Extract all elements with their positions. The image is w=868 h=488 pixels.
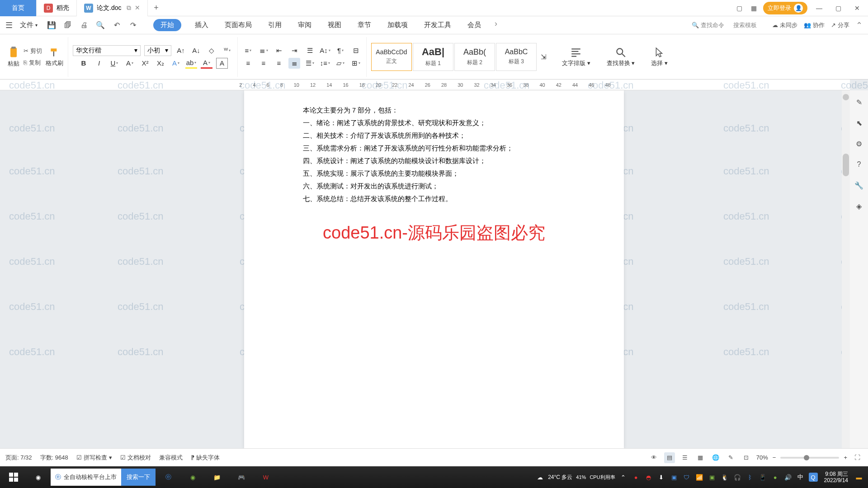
spellcheck-button[interactable]: ☑ 拼写检查 ▾ (76, 454, 112, 462)
minimize-button[interactable]: — (812, 2, 826, 14)
highlight-button[interactable]: ab (185, 58, 197, 69)
ribbon-tab-member[interactable]: 会员 (465, 19, 484, 31)
scroll-up-icon[interactable] (843, 94, 849, 100)
sort-button[interactable]: ☰ (304, 45, 316, 56)
hamburger-icon[interactable]: ☰ (5, 20, 13, 30)
notifications-icon[interactable]: ▬ (854, 473, 863, 482)
taskbar-clock[interactable]: 9:08 周三 2022/9/14 (821, 471, 851, 483)
window-mode-icon[interactable]: ▢ (734, 3, 744, 13)
document-text[interactable]: 本论文主要分为 7 部分，包括：一、绪论：阐述了该系统的背景技术、研究现状和开发… (303, 104, 565, 205)
bold-button[interactable]: B (78, 58, 90, 69)
undo-icon[interactable]: ↶ (112, 20, 122, 30)
tray-9[interactable]: 📱 (758, 473, 767, 482)
tray-chevron-icon[interactable]: ⌃ (619, 473, 628, 482)
style-body[interactable]: AaBbCcDd 正文 (371, 43, 412, 71)
taskbar-wps[interactable]: W (254, 467, 278, 487)
align-justify-button[interactable]: ≣ (288, 58, 300, 69)
page[interactable]: 本论文主要分为 7 部分，包括：一、绪论：阐述了该系统的背景技术、研究现状和开发… (244, 90, 624, 448)
font-size-select[interactable]: 小初▾ (144, 45, 171, 56)
ribbon-tab-start[interactable]: 开始 (153, 19, 181, 31)
share-button[interactable]: ↗ 分享 (831, 21, 849, 29)
edit-mode-icon[interactable]: ✎ (726, 452, 736, 463)
eye-icon[interactable]: 👁 (649, 452, 660, 463)
clear-format-button[interactable]: ◇ (206, 45, 217, 56)
styles-more-icon[interactable]: ⇲ (538, 52, 549, 62)
char-border-button[interactable]: A (216, 58, 228, 69)
taskbar-search[interactable]: ⓔ全自动核检平台上市 搜索一下 (51, 469, 156, 486)
search-command[interactable]: 🔍 查找命令 (692, 21, 724, 29)
ribbon-collapse-icon[interactable]: ⌃ (856, 20, 863, 30)
redo-icon[interactable]: ↷ (128, 20, 138, 30)
zoom-out-button[interactable]: − (773, 454, 776, 461)
align-right-button[interactable]: ≡ (273, 58, 285, 69)
tray-2[interactable]: ◓ (644, 473, 653, 482)
phonetic-guide-button[interactable]: ᵂ (221, 45, 233, 56)
weather-icon[interactable]: ☁ (535, 473, 544, 482)
text-layout-button[interactable]: 文字排版 ▾ (558, 47, 594, 67)
fullscreen-icon[interactable]: ⛶ (852, 452, 863, 463)
view-outline-icon[interactable]: ☰ (679, 452, 690, 463)
compat-mode[interactable]: 兼容模式 (159, 454, 183, 462)
ribbon-tab-chapter[interactable]: 章节 (355, 19, 374, 31)
ribbon-tab-developer[interactable]: 开发工具 (421, 19, 454, 31)
tray-5[interactable]: 🛡 (682, 473, 691, 482)
align-left-button[interactable]: ≡ (242, 58, 254, 69)
cpu-text[interactable]: CPU利用率 (590, 474, 615, 481)
cut-button[interactable]: ✂ 剪切 (24, 47, 42, 55)
tab-document[interactable]: W 论文.doc ⧉ ✕ (77, 0, 148, 16)
tray-10[interactable]: ● (771, 473, 780, 482)
cpu-pct[interactable]: 41% (576, 474, 586, 480)
ribbon-tab-references[interactable]: 引用 (265, 19, 284, 31)
subscript-button[interactable]: X₂ (155, 58, 166, 69)
sync-status[interactable]: ☁ 未同步 (772, 21, 797, 29)
cursor-icon[interactable]: ⬉ (854, 117, 864, 128)
format-painter-button[interactable]: 格式刷 (46, 47, 63, 67)
tray-bluetooth-icon[interactable]: ᛒ (745, 473, 755, 482)
ribbon-tab-review[interactable]: 审阅 (295, 19, 314, 31)
style-heading3[interactable]: AaBbC 标题 3 (496, 43, 537, 71)
ribbon-tab-insert[interactable]: 插入 (192, 19, 211, 31)
help-icon[interactable]: ? (854, 159, 864, 170)
ribbon-tab-addins[interactable]: 加载项 (385, 19, 410, 31)
tray-11[interactable]: Q (809, 473, 818, 482)
char-scale-button[interactable]: A↕ (319, 45, 331, 56)
view-globe-icon[interactable]: 🌐 (710, 452, 721, 463)
zoom-slider[interactable] (780, 457, 839, 459)
taskbar-ie[interactable]: ⓔ (156, 467, 180, 487)
settings-icon[interactable]: ⚙ (854, 138, 864, 149)
word-count[interactable]: 字数: 9648 (40, 454, 68, 462)
tray-wifi-icon[interactable]: 📶 (695, 473, 704, 482)
taskbar-explorer[interactable]: 📁 (205, 467, 229, 487)
ribbon-more-icon[interactable]: › (495, 19, 497, 31)
start-button[interactable] (2, 467, 25, 487)
save-icon[interactable]: 💾 (47, 20, 57, 30)
taskbar-app2[interactable]: 🎮 (230, 467, 253, 487)
font-family-select[interactable]: 华文行楷▾ (73, 45, 141, 56)
zoom-level[interactable]: 70% (756, 454, 768, 461)
tray-8[interactable]: 🎧 (733, 473, 742, 482)
tab-popout-icon[interactable]: ⧉ (127, 4, 131, 12)
show-marks-button[interactable]: ¶ (335, 45, 346, 56)
tray-3[interactable]: ⬇ (657, 473, 666, 482)
zoom-fit-icon[interactable]: ⊡ (741, 452, 752, 463)
diamond-icon[interactable]: ◈ (854, 201, 864, 211)
zoom-in-button[interactable]: + (844, 454, 847, 461)
superscript-button[interactable]: X² (139, 58, 151, 69)
login-button[interactable]: 立即登录 👤 (763, 2, 807, 14)
font-color-button[interactable]: A (201, 58, 212, 69)
decrease-indent-button[interactable]: ⇤ (273, 45, 285, 56)
strikethrough-button[interactable]: A (124, 58, 136, 69)
align-center-button[interactable]: ≡ (258, 58, 269, 69)
grid-icon[interactable]: ▦ (749, 3, 759, 13)
maximize-button[interactable]: ▢ (831, 2, 845, 14)
find-replace-button[interactable]: 查找替换 ▾ (603, 47, 639, 67)
tray-7[interactable]: 🐧 (720, 473, 729, 482)
line-spacing-button[interactable]: ↕≡ (319, 58, 331, 69)
ruler[interactable]: 2468101214161820222426283032343638404244… (0, 80, 850, 90)
page-indicator[interactable]: 页面: 7/32 (5, 454, 32, 462)
paste-button[interactable]: 粘贴 (7, 46, 20, 68)
view-page-icon[interactable]: ▤ (664, 452, 675, 463)
bullets-button[interactable]: ≡ (242, 45, 254, 56)
tab-home[interactable]: 首页 (0, 0, 37, 16)
style-heading2[interactable]: AaBb( 标题 2 (454, 43, 495, 71)
